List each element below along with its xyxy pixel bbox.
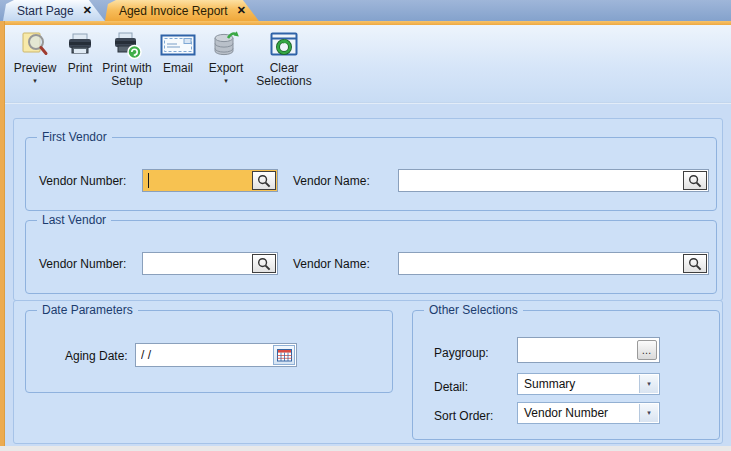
export-icon <box>211 28 241 62</box>
date-parameters-group-title: Date Parameters <box>37 303 138 317</box>
clear-selections-label: Clear Selections <box>252 62 316 88</box>
vendor-number-lookup-button[interactable] <box>252 254 276 273</box>
calendar-picker-button[interactable] <box>273 345 295 365</box>
email-icon <box>160 28 196 62</box>
last-vendor-group-title: Last Vendor <box>37 213 111 227</box>
first-vendor-name-field <box>398 169 709 192</box>
email-label: Email <box>163 62 193 75</box>
print-label: Print <box>68 62 93 75</box>
aging-date-field <box>135 343 297 367</box>
chevron-down-icon[interactable]: ▾ <box>33 77 37 85</box>
detail-selected-value: Summary <box>524 377 575 391</box>
email-button[interactable]: Email <box>156 27 200 75</box>
first-vendor-group-title: First Vendor <box>37 130 112 144</box>
vendor-number-lookup-button[interactable] <box>252 171 276 190</box>
tab-start-page[interactable]: Start Page ✕ <box>3 0 105 21</box>
paygroup-label: Paygroup: <box>434 346 489 360</box>
tab-bar: Start Page ✕ Aged Invoice Report ✕ <box>0 0 731 21</box>
tab-label: Start Page <box>17 4 74 18</box>
print-with-setup-button[interactable]: Print with Setup <box>98 27 156 88</box>
sort-order-dropdown[interactable]: Vendor Number ▾ <box>517 402 660 424</box>
toolbar-divider <box>5 102 731 104</box>
magnifier-icon <box>688 174 702 188</box>
detail-dropdown[interactable]: Summary ▾ <box>517 373 660 395</box>
last-vendor-group: Last Vendor Vendor Number: Vendor Name: <box>25 220 717 294</box>
other-selections-group: Other Selections Paygroup: … Detail: Sum… <box>412 310 720 440</box>
tab-aged-invoice-report[interactable]: Aged Invoice Report ✕ <box>105 0 259 21</box>
export-button[interactable]: Export ▾ <box>200 27 252 85</box>
app-window: Start Page ✕ Aged Invoice Report ✕ Previ… <box>0 0 731 451</box>
close-icon[interactable]: ✕ <box>83 4 92 17</box>
other-selections-group-title: Other Selections <box>424 303 523 317</box>
chevron-down-icon[interactable]: ▾ <box>639 404 658 422</box>
sort-order-label: Sort Order: <box>434 409 493 423</box>
sort-order-selected-value: Vendor Number <box>524 406 608 420</box>
preview-label: Preview <box>14 62 57 75</box>
date-parameters-group: Date Parameters Aging Date: <box>25 310 393 393</box>
clear-selections-button[interactable]: Clear Selections <box>252 27 316 88</box>
preview-button[interactable]: Preview ▾ <box>8 27 62 85</box>
text-cursor <box>148 173 149 188</box>
paygroup-field: … <box>517 337 660 363</box>
magnifier-icon <box>257 174 271 188</box>
detail-label: Detail: <box>434 380 468 394</box>
paygroup-browse-button[interactable]: … <box>637 340 657 360</box>
last-vendor-number-field <box>142 252 278 275</box>
aging-date-input[interactable] <box>136 344 296 366</box>
vendor-name-lookup-button[interactable] <box>683 171 707 190</box>
calendar-icon <box>277 348 292 362</box>
export-label: Export <box>209 62 244 75</box>
first-vendor-group: First Vendor Vendor Number: Vendor Name: <box>25 137 717 211</box>
magnifier-icon <box>257 257 271 271</box>
window-left-border <box>0 21 5 446</box>
close-icon[interactable]: ✕ <box>237 4 246 17</box>
window-bottom-border <box>0 446 731 451</box>
chevron-down-icon[interactable]: ▾ <box>639 375 658 393</box>
last-vendor-name-field <box>398 252 709 275</box>
preview-icon <box>20 28 50 62</box>
print-with-setup-icon <box>112 28 142 62</box>
clear-selections-icon <box>269 28 299 62</box>
first-vendor-name-input[interactable] <box>399 170 708 191</box>
first-vendor-number-field <box>142 169 278 192</box>
first-vendor-number-label: Vendor Number: <box>39 174 126 188</box>
last-vendor-name-input[interactable] <box>399 253 708 274</box>
print-icon <box>65 28 95 62</box>
first-vendor-name-label: Vendor Name: <box>293 174 370 188</box>
print-button[interactable]: Print <box>62 27 98 75</box>
tab-label: Aged Invoice Report <box>119 4 228 18</box>
chevron-down-icon[interactable]: ▾ <box>224 77 228 85</box>
magnifier-icon <box>688 257 702 271</box>
last-vendor-number-label: Vendor Number: <box>39 257 126 271</box>
aging-date-label: Aging Date: <box>65 349 128 363</box>
print-with-setup-label: Print with Setup <box>98 62 156 88</box>
last-vendor-name-label: Vendor Name: <box>293 257 370 271</box>
report-toolbar: Preview ▾ Print <box>5 25 731 102</box>
vendor-name-lookup-button[interactable] <box>683 254 707 273</box>
